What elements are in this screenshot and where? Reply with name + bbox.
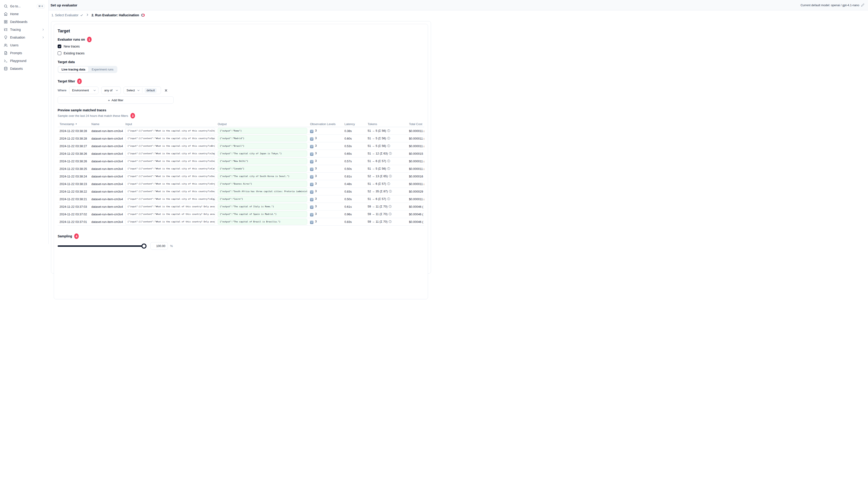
cell-input[interactable]: {"input":[{"content":"What is the capita…: [125, 166, 215, 172]
info-square-icon: i: [310, 153, 313, 156]
users-icon: [4, 43, 8, 47]
filter-value-select[interactable]: Select default: [124, 87, 161, 94]
col-total-cost[interactable]: Total Cost: [409, 122, 424, 126]
info-circle-icon: ⓘ: [387, 182, 390, 186]
table-row[interactable]: 2024-11-22 03:38:25 dataset-run-item-cm3…: [58, 165, 424, 173]
cell-observation-levels: 3: [315, 182, 317, 185]
cell-input[interactable]: {"input":[{"content":"What is the capita…: [125, 211, 215, 217]
cell-output[interactable]: {"output":"Brazil"}: [218, 143, 307, 149]
cell-observation-levels: 3: [315, 129, 317, 132]
col-observation-levels[interactable]: Observation Levels: [310, 122, 344, 126]
col-name[interactable]: Name: [91, 122, 125, 126]
cell-input[interactable]: {"input":[{"content":"What is the capita…: [125, 143, 215, 149]
remove-filter-button[interactable]: [164, 88, 168, 93]
table-row[interactable]: 2024-11-22 03:38:27 dataset-run-item-cm3…: [58, 142, 424, 150]
table-row[interactable]: 2024-11-22 03:38:28 dataset-run-item-cm3…: [58, 127, 424, 135]
sampling-label-row: Sampling 4: [58, 233, 424, 239]
cell-output[interactable]: {"output":"South Africa has three capita…: [218, 189, 307, 194]
checkbox-new-traces[interactable]: New traces: [58, 43, 424, 49]
table-row[interactable]: 2024-11-22 03:38:24 dataset-run-item-cm3…: [58, 173, 424, 180]
table-row[interactable]: 2024-11-22 03:38:26 dataset-run-item-cm3…: [58, 158, 424, 165]
sampling-slider[interactable]: [58, 243, 146, 244]
sidebar-item-datasets[interactable]: Datasets: [2, 65, 46, 72]
cell-output[interactable]: {"output":"Buenos Aires"}: [218, 181, 307, 187]
filter-field-select[interactable]: Environment: [69, 87, 98, 94]
checkbox-checked-icon[interactable]: [58, 44, 61, 48]
sampling-label: Sampling: [58, 234, 72, 238]
table-row[interactable]: 2024-11-22 03:38:22 dataset-run-item-cm3…: [58, 188, 424, 195]
cell-input[interactable]: {"input":[{"content":"What is the capita…: [125, 189, 215, 194]
breadcrumb: 1. Select Evaluator 2. Run Evaluator: Ha…: [52, 13, 145, 17]
cell-latency: 0.96s: [344, 213, 368, 216]
cell-output[interactable]: {"output":"The capital of Spain is Madri…: [218, 211, 307, 217]
sidebar-item-label: Playground: [10, 59, 45, 63]
cell-output[interactable]: {"output":"The capital city of Japan is …: [218, 151, 307, 157]
tab-live-tracing-data[interactable]: Live tracing data: [58, 67, 88, 72]
step-select-evaluator[interactable]: 1. Select Evaluator: [52, 13, 83, 17]
col-timestamp[interactable]: Timestamp ▼: [58, 122, 91, 126]
cell-input[interactable]: {"input":[{"content":"What is the capita…: [125, 151, 215, 157]
goto-search[interactable]: Go to... ⌘ K: [2, 2, 46, 10]
search-icon: [4, 4, 8, 8]
cell-output[interactable]: {"output":"New Delhi"}: [218, 158, 307, 164]
sidebar-item-dashboards[interactable]: Dashboards: [2, 18, 46, 26]
table-row[interactable]: 2024-11-22 03:37:02 dataset-run-item-cm3…: [58, 210, 424, 218]
col-output[interactable]: Output: [218, 122, 310, 126]
sampling-percent-input[interactable]: [150, 242, 168, 244]
cell-input[interactable]: {"input":[{"content":"What is the capita…: [125, 181, 215, 187]
col-tokens[interactable]: Tokens: [368, 122, 409, 126]
sidebar-item-label: Users: [10, 43, 45, 47]
sort-desc-icon: ▼: [75, 123, 77, 125]
target-card: Target Evaluator runs on 1 New traces Ex…: [54, 24, 428, 244]
tab-experiment-runs[interactable]: Experiment runs: [88, 67, 117, 72]
cell-input[interactable]: {"input":[{"content":"What is the capita…: [125, 158, 215, 164]
cell-total-cost: $0.00046 (: [409, 213, 424, 216]
info-square-icon: i: [310, 160, 313, 163]
cell-latency: 0.65s: [344, 152, 368, 155]
add-filter-button[interactable]: + Add filter: [58, 96, 174, 104]
cell-input[interactable]: {"input":[{"content":"What is the capita…: [125, 196, 215, 202]
cell-observation-levels: 3: [315, 204, 317, 208]
cell-timestamp: 2024-11-22 03:38:26: [58, 152, 91, 155]
table-row[interactable]: 2024-11-22 03:37:01 dataset-run-item-cm3…: [58, 218, 424, 226]
table-row[interactable]: 2024-11-22 03:38:21 dataset-run-item-cm3…: [58, 195, 424, 203]
cell-input[interactable]: {"input":[{"content":"What is the capita…: [125, 204, 215, 209]
table-row[interactable]: 2024-11-22 03:38:26 dataset-run-item-cm3…: [58, 150, 424, 158]
cell-input[interactable]: {"input":[{"content":"What is the capita…: [125, 219, 215, 225]
sidebar-item-playground[interactable]: Playground: [2, 57, 46, 65]
cell-output[interactable]: {"output":"Cairo"}: [218, 196, 307, 202]
cell-name: dataset-run-item-cm3s4: [91, 182, 125, 186]
filter-operator-select[interactable]: any of: [101, 87, 121, 94]
cell-output[interactable]: {"output":"Rome"}: [218, 128, 307, 134]
info-circle-icon: ⓘ: [389, 220, 392, 223]
col-latency[interactable]: Latency: [344, 122, 368, 126]
cell-output[interactable]: {"output":"The capital of Italy is Rome.…: [218, 204, 307, 209]
checkbox-existing-traces[interactable]: Existing traces: [58, 51, 424, 56]
cell-output[interactable]: {"output":"The capital of Brazil is Bras…: [218, 219, 307, 225]
sidebar-item-tracing[interactable]: Tracing: [2, 26, 46, 34]
table-row[interactable]: 2024-11-22 03:38:28 dataset-run-item-cm3…: [58, 135, 424, 142]
cell-timestamp: 2024-11-22 03:37:03: [58, 205, 91, 208]
checkbox-unchecked-icon[interactable]: [58, 52, 61, 55]
sidebar-item-prompts[interactable]: Prompts: [2, 49, 46, 57]
chevron-right-icon: [41, 36, 45, 39]
slider-thumb[interactable]: [142, 243, 147, 244]
cell-output[interactable]: {"output":"Canada"}: [218, 166, 307, 172]
sidebar-item-users[interactable]: Users: [2, 41, 46, 49]
cell-output[interactable]: {"output":"The capital city of South Kor…: [218, 173, 307, 179]
cell-output[interactable]: {"output":"Madrid"}: [218, 135, 307, 141]
cell-name: dataset-run-item-cm3s4: [91, 213, 125, 216]
sidebar-item-evaluation[interactable]: Evaluation: [2, 34, 46, 41]
cell-input[interactable]: {"input":[{"content":"What is the capita…: [125, 173, 215, 179]
cell-input[interactable]: {"input":[{"content":"What is the capita…: [125, 128, 215, 134]
table-row[interactable]: 2024-11-22 03:38:23 dataset-run-item-cm3…: [58, 180, 424, 188]
filter-operator-value: any of: [104, 89, 112, 92]
cell-name: dataset-run-item-cm3s4: [91, 190, 125, 193]
cell-input[interactable]: {"input":[{"content":"What is the capita…: [125, 135, 215, 141]
cell-latency: 0.38s: [344, 129, 368, 133]
sidebar-item-home[interactable]: Home: [2, 10, 46, 18]
table-row[interactable]: 2024-11-22 03:37:03 dataset-run-item-cm3…: [58, 203, 424, 210]
info-circle-icon: ⓘ: [389, 205, 392, 208]
info-square-icon: i: [310, 137, 313, 141]
col-input[interactable]: Input: [125, 122, 218, 126]
